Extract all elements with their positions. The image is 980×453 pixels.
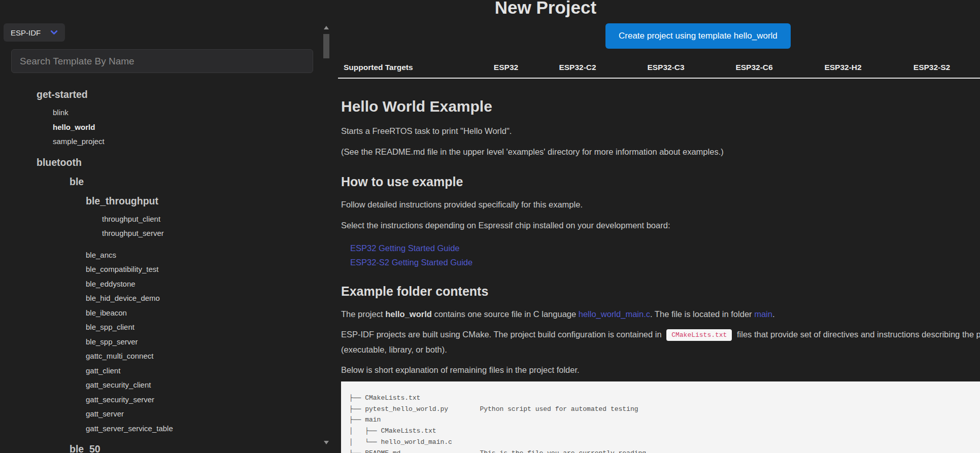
framework-select-label: ESP-IDF: [11, 28, 41, 37]
getting-started-guide-link[interactable]: ESP32-S2 Getting Started Guide: [341, 255, 980, 269]
how-to-use-heading: How to use example: [341, 173, 980, 190]
folder-paragraph: The project hello_world contains one sou…: [341, 308, 980, 320]
template-tree-item[interactable]: throughput_server: [0, 226, 320, 241]
template-tree-item[interactable]: gatt_client: [0, 364, 320, 378]
template-tree-item[interactable]: ble_compatibility_test: [0, 262, 320, 277]
readme-title: Hello World Example: [341, 97, 980, 116]
template-tree-item[interactable]: ble: [0, 176, 320, 188]
code-line: │ └── hello_world_main.c: [349, 437, 980, 448]
scroll-down-icon[interactable]: [324, 441, 329, 444]
readme-paragraph: (See the README.md file in the upper lev…: [341, 146, 980, 157]
folder-contents-heading: Example folder contents: [341, 283, 980, 299]
readme-paragraph: Below is short explanation of remaining …: [341, 364, 980, 375]
bold-project-name: hello_world: [385, 309, 432, 319]
template-tree-item[interactable]: ble_eddystone: [0, 277, 320, 292]
getting-started-guide-link[interactable]: ESP32 Getting Started Guide: [341, 241, 980, 255]
chevron-down-icon: [50, 30, 58, 36]
supported-targets-row: Supported Targets ESP32ESP32-C2ESP32-C3E…: [338, 61, 980, 79]
template-tree-item[interactable]: gatt_security_server: [0, 393, 320, 407]
readme-content: Hello World Example Starts a FreeRTOS ta…: [335, 79, 980, 453]
readme-paragraph: Select the instructions depending on Esp…: [341, 220, 980, 231]
readme-paragraph: Follow detailed instructions provided sp…: [341, 199, 980, 210]
text-segment: . The file is located in folder: [650, 309, 754, 319]
template-tree-item[interactable]: ble_spp_client: [0, 320, 320, 335]
scroll-up-icon[interactable]: [324, 26, 329, 29]
create-project-button[interactable]: Create project using template hello_worl…: [605, 23, 791, 49]
code-line: ├── pytest_hello_world.py Python script …: [349, 404, 980, 415]
template-tree-item[interactable]: gatt_server: [0, 407, 320, 422]
template-tree-item[interactable]: ble_50: [0, 443, 320, 453]
framework-select-dropdown[interactable]: ESP-IDF: [4, 23, 65, 42]
supported-targets-cells: ESP32ESP32-C2ESP32-C3ESP32-C6ESP32-H2ESP…: [338, 61, 980, 78]
text-segment: files that provide set of directives and…: [734, 330, 980, 339]
readme-paragraph: Starts a FreeRTOS task to print "Hello W…: [341, 125, 980, 136]
target-name: ESP32-H2: [824, 63, 861, 72]
template-tree: get-startedblinkhello_worldsample_projec…: [0, 81, 320, 453]
sidebar-scrollbar[interactable]: [323, 23, 330, 445]
code-line: ├── CMakeLists.txt: [349, 393, 980, 404]
target-name: ESP32-C3: [647, 63, 684, 72]
template-tree-item[interactable]: gattc_multi_connect: [0, 349, 320, 364]
template-tree-item[interactable]: throughput_client: [0, 212, 320, 227]
getting-started-links: ESP32 Getting Started GuideESP32-S2 Gett…: [341, 241, 980, 269]
template-tree-item[interactable]: gatt_security_client: [0, 378, 320, 393]
template-tree-item[interactable]: ble_throughput: [0, 195, 320, 207]
code-pill-cmakelists: CMakeLists.txt: [666, 329, 732, 341]
scrollbar-thumb[interactable]: [323, 34, 329, 58]
target-name: ESP32-C6: [735, 63, 772, 72]
template-tree-item[interactable]: ble_hid_device_demo: [0, 291, 320, 306]
target-name: ESP32: [494, 63, 518, 72]
template-tree-item[interactable]: blink: [0, 106, 320, 120]
text-segment: .: [772, 309, 775, 319]
cmake-paragraph: ESP-IDF projects are built using CMake. …: [341, 329, 980, 341]
target-name: ESP32-C2: [559, 63, 596, 72]
template-tree-item[interactable]: ble_ibeacon: [0, 306, 320, 321]
template-tree-item[interactable]: hello_world: [0, 120, 320, 135]
text-segment: The project: [341, 309, 385, 319]
template-tree-item[interactable]: ble_spp_server: [0, 335, 320, 350]
template-tree-item[interactable]: get-started: [0, 88, 320, 100]
template-tree-item[interactable]: gatt_server_service_table: [0, 422, 320, 436]
cmake-paragraph-continuation: (executable, library, or both).: [341, 344, 980, 355]
text-segment: contains one source file in C language: [432, 309, 579, 319]
text-segment: ESP-IDF projects are built using CMake. …: [341, 330, 664, 339]
esp-idf-new-project-page: ESP-IDF get-startedblinkhello_worldsampl…: [0, 0, 980, 453]
template-tree-item[interactable]: ble_ancs: [0, 248, 320, 263]
code-line: ├── main: [349, 414, 980, 426]
template-search-input[interactable]: [11, 49, 313, 73]
code-line: │ ├── CMakeLists.txt: [349, 426, 980, 437]
template-tree-item[interactable]: sample_project: [0, 134, 320, 149]
main-c-file-link[interactable]: hello_world_main.c: [579, 309, 650, 319]
page-title: New Project: [495, 0, 596, 18]
template-tree-item[interactable]: bluetooth: [0, 156, 320, 168]
main-folder-link[interactable]: main: [754, 309, 772, 319]
folder-tree-codeblock: ├── CMakeLists.txt├── pytest_hello_world…: [341, 381, 980, 453]
target-name: ESP32-S2: [914, 63, 950, 72]
code-line: └── README.md This is the file you are c…: [349, 448, 980, 453]
